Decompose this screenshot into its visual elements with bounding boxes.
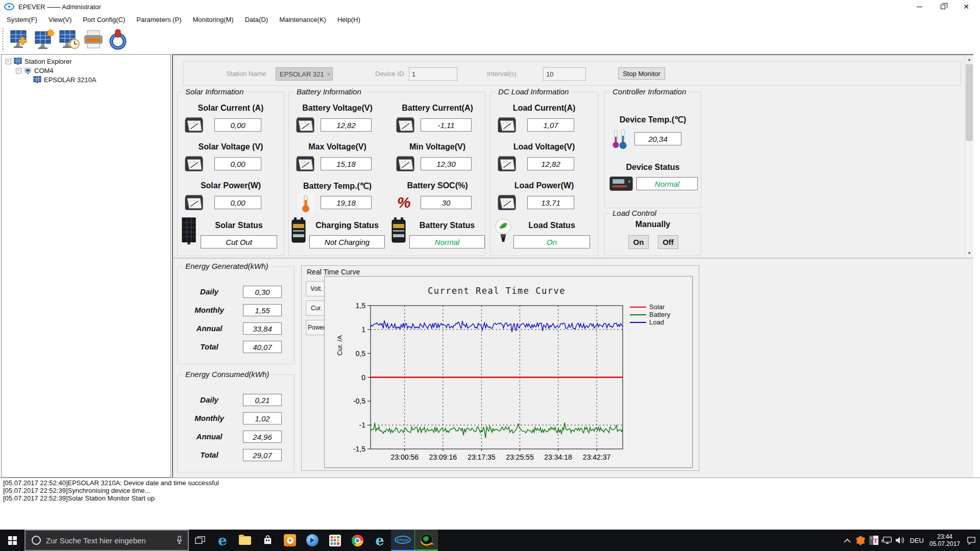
svg-text:23:34:18: 23:34:18 bbox=[544, 453, 572, 461]
load-off-button[interactable]: Off bbox=[658, 235, 678, 249]
device-temp-label: Device Temp.(℃) bbox=[605, 115, 701, 124]
battery-voltage-value: 12,82 bbox=[321, 118, 372, 132]
search-placeholder: Zur Suche Text hier eingeben bbox=[46, 536, 176, 545]
minimize-button[interactable] bbox=[908, 0, 931, 13]
solar-config-button[interactable] bbox=[32, 28, 57, 52]
volume-tray-button[interactable] bbox=[894, 530, 907, 551]
action-center-button[interactable] bbox=[963, 530, 980, 551]
group-title: Controller Information bbox=[610, 87, 689, 96]
menu-monitoring[interactable]: Monitoring(M) bbox=[187, 14, 239, 25]
interval-field[interactable]: 10 bbox=[543, 67, 586, 81]
collapse-icon[interactable]: − bbox=[6, 59, 11, 64]
annual-label: Annual bbox=[184, 432, 235, 441]
video-player-button[interactable] bbox=[301, 530, 324, 551]
taskbar-search[interactable]: Zur Suche Text hier eingeben bbox=[24, 530, 189, 551]
collapse-icon[interactable]: − bbox=[16, 68, 21, 73]
menu-view[interactable]: View(V) bbox=[43, 14, 77, 25]
toolbar-drag-handle[interactable] bbox=[2, 28, 4, 52]
scrollbar-thumb[interactable] bbox=[966, 64, 973, 141]
menu-parameters[interactable]: Parameters (P) bbox=[131, 14, 187, 25]
media-player-button[interactable] bbox=[279, 530, 301, 551]
device-id-field[interactable]: 1 bbox=[409, 67, 457, 81]
system-tray: T DEU 23:44 05.07.2017 bbox=[841, 530, 980, 551]
solar-voltage-label: Solar Voltage (V) bbox=[178, 142, 284, 152]
tray-expand-button[interactable] bbox=[841, 530, 854, 551]
gauge-icon bbox=[396, 117, 415, 133]
menu-data[interactable]: Data(D) bbox=[239, 14, 274, 25]
station-explorer-tree: − Station Explorer − COM4 EPSOLAR 3210A bbox=[1, 54, 171, 478]
total-label: Total bbox=[184, 342, 235, 351]
scroll-up-icon[interactable]: ▲ bbox=[965, 55, 973, 64]
antivirus-tray-button[interactable] bbox=[854, 530, 867, 551]
print-icon bbox=[82, 29, 105, 51]
solar-voltage-value: 0,00 bbox=[214, 157, 261, 170]
tree-item-station-explorer[interactable]: − Station Explorer bbox=[2, 57, 170, 66]
video-player-icon bbox=[306, 534, 318, 546]
edge-taskbar-button[interactable]: e bbox=[211, 530, 234, 551]
scroll-down-icon[interactable]: ▼ bbox=[965, 249, 973, 258]
tree-item-epsolar-3210a[interactable]: EPSOLAR 3210A bbox=[2, 75, 170, 84]
stop-monitor-button[interactable]: Stop Monitor bbox=[618, 67, 665, 80]
solar-panel-icon bbox=[182, 217, 196, 245]
monthly-label: Monthly bbox=[184, 306, 235, 314]
log-line: [05.07.2017 22:52:40]EPSOLAR 3210A: Devi… bbox=[3, 479, 977, 487]
svg-text:EPever: EPever bbox=[397, 538, 409, 542]
svg-text:-1,5: -1,5 bbox=[353, 445, 365, 453]
legend-entry: Load bbox=[630, 318, 670, 326]
file-explorer-button[interactable] bbox=[234, 530, 256, 551]
menu-help[interactable]: Help(H) bbox=[332, 14, 366, 25]
epever-logo-icon bbox=[4, 3, 14, 10]
tree-item-com4[interactable]: − COM4 bbox=[2, 66, 170, 75]
battery-soc-label: Battery SOC(%) bbox=[389, 181, 486, 190]
app-window: EPEVER —— Administrator ✕ System(F) View… bbox=[0, 0, 980, 551]
solar-status-value: Cut Out bbox=[201, 235, 277, 248]
store-button[interactable] bbox=[256, 530, 279, 551]
battery-icon bbox=[391, 217, 406, 243]
task-view-button[interactable] bbox=[189, 530, 211, 551]
station-name-dropdown[interactable]: EPSOLAR 321 ˅ bbox=[276, 67, 333, 81]
start-button[interactable] bbox=[0, 530, 24, 551]
max-voltage-label: Max Voltage(V) bbox=[289, 142, 386, 152]
exit-button[interactable] bbox=[106, 28, 130, 52]
battery-icon bbox=[291, 217, 306, 243]
monthly-label: Monthly bbox=[184, 414, 235, 422]
app-grid-button[interactable] bbox=[324, 530, 346, 551]
svg-text:0,5: 0,5 bbox=[356, 349, 366, 358]
restore-button[interactable] bbox=[931, 0, 954, 13]
keyboard-language-button[interactable]: DEU bbox=[907, 537, 927, 544]
microphone-icon[interactable] bbox=[176, 535, 183, 545]
load-on-button[interactable]: On bbox=[628, 235, 649, 249]
window-title: EPEVER —— Administrator bbox=[18, 3, 101, 11]
menu-port-config[interactable]: Port Config(C) bbox=[77, 14, 131, 25]
telekom-tray-button[interactable]: T bbox=[867, 530, 880, 551]
epever-app-taskbar-button[interactable]: EPever bbox=[391, 530, 414, 551]
time-sync-button[interactable] bbox=[57, 28, 81, 52]
solar-power-label: Solar Power(W) bbox=[178, 181, 284, 190]
media-player-icon bbox=[284, 534, 296, 546]
controller-icon bbox=[609, 176, 633, 191]
station-name-value: EPSOLAR 321 bbox=[280, 70, 324, 78]
cortana-icon bbox=[32, 536, 41, 545]
energy-and-curve-region: Energy Generated(kWh) Daily 0,30 Monthly… bbox=[173, 260, 973, 478]
windows-taskbar: Zur Suche Text hier eingeben e e EPever … bbox=[0, 530, 980, 551]
chrome-button[interactable] bbox=[346, 530, 369, 551]
battery-current-value: -1,11 bbox=[421, 118, 472, 132]
load-voltage-label: Load Voltage(V) bbox=[491, 142, 598, 152]
menu-system[interactable]: System(F) bbox=[1, 14, 43, 25]
real-time-curve-panel: Real Time Curve Volt. Cur. Power 23:00:5… bbox=[301, 265, 699, 471]
close-button[interactable]: ✕ bbox=[954, 0, 978, 13]
load-voltage-value: 12,82 bbox=[527, 157, 574, 170]
vertical-scrollbar[interactable]: ▲ ▼ bbox=[965, 55, 973, 258]
solar-information-group: Solar Information Solar Current (A) 0,00… bbox=[177, 92, 284, 256]
clock-button[interactable]: 23:44 05.07.2017 bbox=[927, 533, 963, 547]
add-station-button[interactable] bbox=[8, 28, 32, 52]
menu-maintenance[interactable]: Maintenance(K) bbox=[274, 14, 332, 25]
solar-monitor-taskbar-button[interactable] bbox=[414, 530, 438, 551]
device-status-label: Device Status bbox=[605, 163, 701, 172]
chevron-up-icon bbox=[844, 538, 851, 543]
toolbar bbox=[0, 26, 980, 54]
internet-explorer-button[interactable]: e bbox=[369, 530, 391, 551]
device-status-value: Normal bbox=[636, 177, 698, 190]
print-button[interactable] bbox=[81, 28, 106, 52]
network-tray-button[interactable] bbox=[880, 530, 894, 551]
